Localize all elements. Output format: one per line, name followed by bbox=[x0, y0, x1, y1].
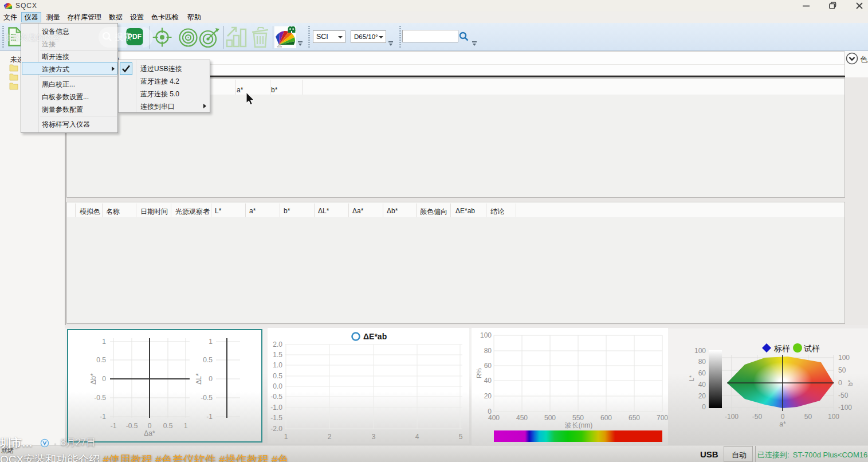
svg-text:-100: -100 bbox=[725, 413, 739, 421]
svg-text:-0.5: -0.5 bbox=[126, 422, 138, 430]
svg-text:80: 80 bbox=[484, 347, 492, 355]
svg-text:40: 40 bbox=[698, 381, 706, 389]
svg-text:400: 400 bbox=[488, 414, 500, 422]
svg-text:2: 2 bbox=[328, 433, 332, 441]
svg-text:5: 5 bbox=[459, 433, 463, 441]
svg-text:-0.5: -0.5 bbox=[201, 394, 213, 402]
svg-text:-0.5: -0.5 bbox=[94, 394, 106, 402]
svg-text:R%: R% bbox=[476, 368, 482, 378]
svg-text:ΔE*ab: ΔE*ab bbox=[363, 332, 387, 341]
svg-text:100: 100 bbox=[480, 331, 492, 339]
svg-text:450: 450 bbox=[516, 414, 528, 422]
svg-text:Δb*: Δb* bbox=[89, 373, 97, 385]
svg-text:100: 100 bbox=[838, 354, 850, 362]
svg-text:a*: a* bbox=[779, 420, 786, 428]
svg-text:0.5: 0.5 bbox=[96, 356, 106, 364]
svg-text:80: 80 bbox=[698, 358, 706, 366]
svg-text:0: 0 bbox=[209, 375, 213, 383]
svg-text:-1.5: -1.5 bbox=[270, 414, 282, 422]
svg-text:-50: -50 bbox=[838, 391, 849, 400]
svg-text:0.5: 0.5 bbox=[163, 422, 173, 430]
svg-text:b*: b* bbox=[847, 379, 854, 386]
svg-text:0: 0 bbox=[102, 375, 106, 383]
svg-text:20: 20 bbox=[698, 392, 706, 400]
svg-text:550: 550 bbox=[572, 414, 584, 422]
svg-text:0: 0 bbox=[838, 379, 842, 387]
svg-text:1: 1 bbox=[284, 433, 288, 441]
svg-text:Δa*: Δa* bbox=[144, 429, 155, 437]
svg-text:1: 1 bbox=[209, 338, 213, 346]
svg-text:0: 0 bbox=[702, 403, 706, 411]
svg-text:波长(nm): 波长(nm) bbox=[565, 421, 593, 429]
svg-text:L*: L* bbox=[688, 375, 695, 381]
svg-text:500: 500 bbox=[544, 414, 556, 422]
svg-text:3: 3 bbox=[372, 433, 376, 441]
svg-text:50: 50 bbox=[838, 366, 846, 374]
svg-text:100: 100 bbox=[694, 347, 706, 355]
svg-text:1.5: 1.5 bbox=[273, 351, 282, 359]
svg-text:60: 60 bbox=[698, 369, 706, 377]
svg-text:-100: -100 bbox=[838, 404, 852, 412]
svg-text:ΔL*: ΔL* bbox=[195, 373, 203, 385]
svg-text:650: 650 bbox=[629, 414, 640, 422]
svg-text:-1: -1 bbox=[111, 422, 117, 430]
svg-text:700: 700 bbox=[657, 414, 668, 422]
svg-text:2.0: 2.0 bbox=[273, 340, 282, 349]
svg-text:0.0: 0.0 bbox=[273, 382, 282, 390]
svg-text:1: 1 bbox=[102, 338, 106, 346]
svg-text:-1.0: -1.0 bbox=[270, 404, 282, 412]
svg-text:1: 1 bbox=[184, 422, 188, 430]
svg-text:0.5: 0.5 bbox=[273, 372, 282, 380]
svg-text:-1: -1 bbox=[100, 413, 106, 421]
svg-text:-1: -1 bbox=[206, 413, 213, 421]
svg-text:20: 20 bbox=[484, 392, 492, 400]
svg-text:-2.0: -2.0 bbox=[270, 425, 282, 433]
svg-text:1.0: 1.0 bbox=[273, 361, 282, 369]
svg-text:600: 600 bbox=[600, 414, 612, 422]
svg-text:4: 4 bbox=[415, 433, 419, 441]
svg-text:试样: 试样 bbox=[804, 344, 820, 353]
svg-text:标样: 标样 bbox=[773, 344, 790, 353]
svg-text:0: 0 bbox=[148, 422, 152, 430]
svg-text:0.5: 0.5 bbox=[203, 356, 213, 364]
svg-text:40: 40 bbox=[484, 377, 492, 385]
svg-text:100: 100 bbox=[828, 413, 839, 421]
svg-text:60: 60 bbox=[484, 362, 492, 370]
svg-text:-0.5: -0.5 bbox=[270, 393, 282, 401]
svg-text:-50: -50 bbox=[752, 413, 763, 421]
svg-text:50: 50 bbox=[804, 413, 812, 421]
svg-text:0: 0 bbox=[781, 413, 785, 421]
